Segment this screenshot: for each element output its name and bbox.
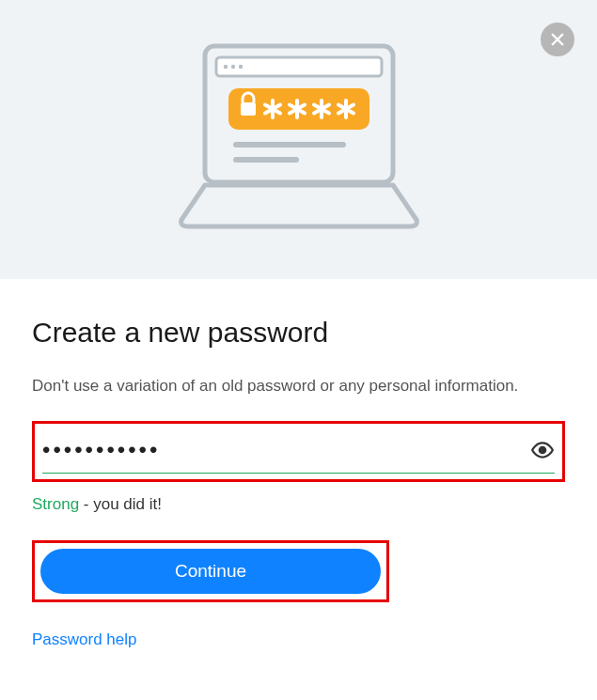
- strength-suffix: - you did it!: [79, 495, 162, 513]
- svg-point-4: [223, 64, 227, 68]
- svg-rect-8: [241, 102, 256, 116]
- svg-rect-9: [233, 142, 346, 148]
- strength-label: Strong: [32, 495, 79, 513]
- laptop-password-illustration: [158, 37, 440, 243]
- password-help-link[interactable]: Password help: [32, 630, 137, 648]
- close-button[interactable]: [541, 23, 574, 56]
- svg-point-5: [230, 64, 234, 68]
- password-field-highlight: [32, 421, 565, 482]
- close-icon: [549, 31, 566, 48]
- page-title: Create a new password: [32, 317, 565, 349]
- show-password-icon[interactable]: [530, 438, 555, 462]
- svg-point-11: [540, 446, 546, 453]
- continue-button[interactable]: Continue: [40, 549, 381, 594]
- continue-button-highlight: Continue: [32, 540, 389, 602]
- password-field: [42, 429, 555, 474]
- svg-rect-10: [233, 157, 299, 163]
- password-strength-text: Strong - you did it!: [32, 495, 565, 514]
- instructions-text: Don't use a variation of an old password…: [32, 375, 565, 398]
- svg-point-6: [238, 64, 242, 68]
- hero-banner: [0, 0, 597, 279]
- password-input[interactable]: [42, 437, 530, 463]
- content-area: Create a new password Don't use a variat…: [0, 279, 597, 649]
